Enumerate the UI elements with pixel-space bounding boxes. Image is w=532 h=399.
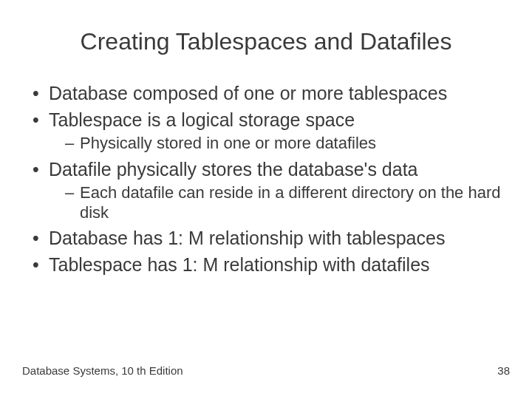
- list-item: Database composed of one or more tablesp…: [30, 82, 510, 104]
- list-item: Datafile physically stores the database'…: [30, 158, 510, 223]
- sub-bullet-text: Each datafile can reside in a different …: [80, 183, 501, 222]
- slide: Creating Tablespaces and Datafiles Datab…: [0, 0, 532, 399]
- footer-left: Database Systems, 10 th Edition: [22, 364, 183, 377]
- list-item: Database has 1: M relationship with tabl…: [30, 227, 510, 249]
- bullet-text: Datafile physically stores the database'…: [49, 159, 418, 180]
- list-item: Tablespace is a logical storage space Ph…: [30, 109, 510, 154]
- bullet-text: Database composed of one or more tablesp…: [49, 83, 447, 103]
- page-number: 38: [497, 364, 510, 377]
- list-item: Tablespace has 1: M relationship with da…: [30, 253, 510, 276]
- slide-title: Creating Tablespaces and Datafiles: [22, 28, 510, 55]
- footer: Database Systems, 10 th Edition 38: [22, 364, 510, 377]
- bullet-text: Tablespace is a logical storage space: [49, 109, 355, 130]
- sub-list: Each datafile can reside in a different …: [49, 183, 510, 223]
- sub-list-item: Each datafile can reside in a different …: [65, 183, 510, 223]
- bullet-text: Tablespace has 1: M relationship with da…: [49, 254, 430, 275]
- sub-list: Physically stored in one or more datafil…: [49, 134, 510, 154]
- sub-bullet-text: Physically stored in one or more datafil…: [80, 134, 376, 152]
- bullet-text: Database has 1: M relationship with tabl…: [49, 228, 445, 248]
- bullet-list: Database composed of one or more tablesp…: [22, 82, 510, 276]
- sub-list-item: Physically stored in one or more datafil…: [65, 134, 510, 154]
